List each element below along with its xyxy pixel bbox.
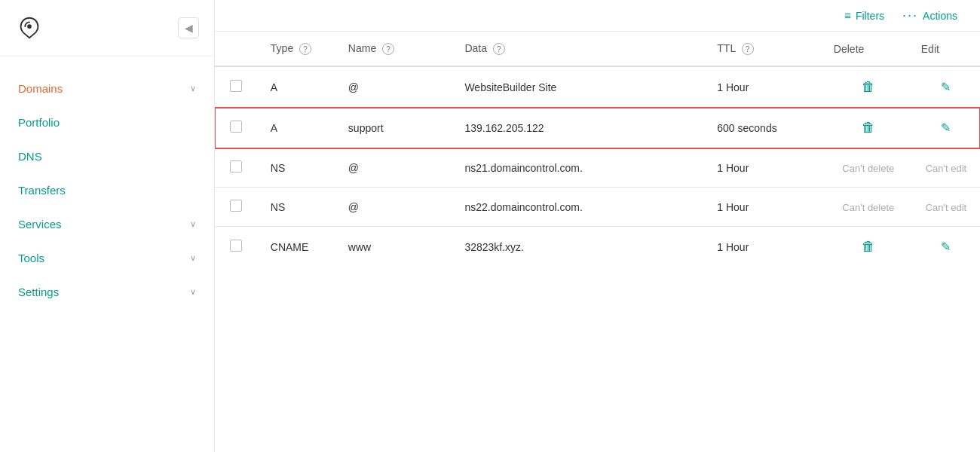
svg-point-0	[27, 24, 32, 29]
table-row: NS@ns21.domaincontrol.com.1 HourCan't de…	[215, 148, 980, 188]
sidebar-item-portfolio-label: Portfolio	[18, 116, 60, 129]
header-delete: Delete	[825, 32, 912, 66]
row-checkbox[interactable]	[230, 200, 242, 212]
row-name: @	[339, 66, 456, 108]
ttl-help-icon[interactable]: ?	[742, 43, 754, 55]
sidebar-item-services[interactable]: Services ∨	[0, 207, 214, 241]
toolbar: ≡ Filters ··· Actions	[215, 0, 980, 32]
filters-label: Filters	[856, 10, 884, 22]
chevron-down-icon-services: ∨	[190, 219, 196, 229]
sidebar-item-dns[interactable]: DNS	[0, 139, 214, 173]
edit-icon[interactable]: ✎	[941, 121, 951, 134]
cant-edit: Can't edit	[912, 188, 980, 227]
row-name: @	[339, 148, 456, 188]
row-checkbox[interactable]	[230, 80, 242, 92]
sidebar-item-domains[interactable]: Domains ∨	[0, 72, 214, 105]
sidebar-item-tools-label: Tools	[18, 252, 44, 264]
header-checkbox-col	[215, 32, 262, 66]
row-data: WebsiteBuilder Site	[455, 66, 708, 108]
row-name: support	[339, 108, 456, 148]
header-ttl: TTL ?	[708, 32, 825, 66]
table-row: A@WebsiteBuilder Site1 Hour🗑✎	[215, 66, 980, 108]
cant-edit-label: Can't edit	[926, 163, 967, 174]
actions-label: Actions	[923, 10, 957, 22]
row-type: NS	[262, 148, 339, 188]
row-ttl: 1 Hour	[708, 66, 825, 108]
name-help-icon[interactable]: ?	[382, 43, 394, 55]
row-ttl: 600 seconds	[708, 108, 825, 148]
row-type: CNAME	[262, 227, 339, 267]
row-type: A	[262, 108, 339, 148]
filter-icon: ≡	[844, 9, 851, 22]
trash-icon[interactable]: 🗑	[862, 239, 875, 254]
row-ttl: 1 Hour	[708, 188, 825, 227]
sidebar-item-tools[interactable]: Tools ∨	[0, 241, 214, 275]
sidebar-nav: Domains ∨ Portfolio DNS Transfers Servic…	[0, 56, 214, 452]
more-icon: ···	[902, 8, 918, 23]
row-data: ns22.domaincontrol.com.	[455, 188, 708, 227]
table-body: A@WebsiteBuilder Site1 Hour🗑✎Asupport139…	[215, 66, 980, 267]
type-help-icon[interactable]: ?	[299, 43, 311, 55]
row-type: A	[262, 66, 339, 108]
sidebar-item-transfers-label: Transfers	[18, 184, 66, 197]
row-ttl: 1 Hour	[708, 227, 825, 267]
edit-button[interactable]: ✎	[912, 108, 980, 148]
row-checkbox[interactable]	[230, 121, 242, 133]
data-help-icon[interactable]: ?	[493, 43, 505, 55]
edit-icon[interactable]: ✎	[941, 81, 951, 93]
edit-button[interactable]: ✎	[912, 227, 980, 267]
sidebar-item-portfolio[interactable]: Portfolio	[0, 105, 214, 139]
delete-button[interactable]: 🗑	[825, 108, 912, 148]
row-data: 32823kf.xyz.	[455, 227, 708, 267]
chevron-down-icon-settings: ∨	[190, 287, 196, 297]
dns-table: Type ? Name ? Data ? TTL ? Delete Edit	[215, 32, 980, 267]
filters-button[interactable]: ≡ Filters	[844, 9, 884, 22]
delete-button[interactable]: 🗑	[825, 227, 912, 267]
header-data: Data ?	[455, 32, 708, 66]
trash-icon[interactable]: 🗑	[862, 79, 875, 94]
header-edit: Edit	[912, 32, 980, 66]
sidebar-item-settings[interactable]: Settings ∨	[0, 275, 214, 309]
header-type: Type ?	[262, 32, 339, 66]
header-name: Name ?	[339, 32, 456, 66]
sidebar: ◀ Domains ∨ Portfolio DNS Transfers Serv…	[0, 0, 215, 452]
sidebar-item-settings-label: Settings	[18, 286, 59, 298]
table-header: Type ? Name ? Data ? TTL ? Delete Edit	[215, 32, 980, 66]
table-row: NS@ns22.domaincontrol.com.1 HourCan't de…	[215, 188, 980, 227]
row-checkbox[interactable]	[230, 160, 242, 173]
logo	[15, 14, 44, 42]
row-ttl: 1 Hour	[708, 148, 825, 188]
sidebar-item-domains-label: Domains	[18, 82, 63, 95]
row-data: ns21.domaincontrol.com.	[455, 148, 708, 188]
edit-button[interactable]: ✎	[912, 66, 980, 108]
trash-icon[interactable]: 🗑	[862, 120, 875, 135]
table-row: CNAMEwww32823kf.xyz.1 Hour🗑✎	[215, 227, 980, 267]
row-checkbox[interactable]	[230, 240, 242, 252]
row-type: NS	[262, 188, 339, 227]
sidebar-header: ◀	[0, 0, 214, 56]
cant-edit: Can't edit	[912, 148, 980, 188]
chevron-down-icon-tools: ∨	[190, 253, 196, 263]
main-content: ≡ Filters ··· Actions Type ? Name ? Data	[215, 0, 980, 452]
table-row: Asupport139.162.205.122600 seconds🗑✎	[215, 108, 980, 148]
chevron-down-icon: ∨	[190, 84, 196, 93]
row-name: @	[339, 188, 456, 227]
row-name: www	[339, 227, 456, 267]
row-data: 139.162.205.122	[455, 108, 708, 148]
actions-button[interactable]: ··· Actions	[902, 8, 957, 23]
delete-button[interactable]: 🗑	[825, 66, 912, 108]
sidebar-item-transfers[interactable]: Transfers	[0, 173, 214, 207]
edit-icon[interactable]: ✎	[941, 240, 951, 253]
cant-edit-label: Can't edit	[926, 202, 967, 213]
cant-delete: Can't delete	[825, 148, 912, 188]
cant-delete-label: Can't delete	[842, 163, 894, 174]
sidebar-item-services-label: Services	[18, 218, 62, 231]
sidebar-item-dns-label: DNS	[18, 150, 42, 163]
cant-delete-label: Can't delete	[842, 202, 894, 213]
cant-delete: Can't delete	[825, 188, 912, 227]
collapse-button[interactable]: ◀	[178, 17, 199, 38]
